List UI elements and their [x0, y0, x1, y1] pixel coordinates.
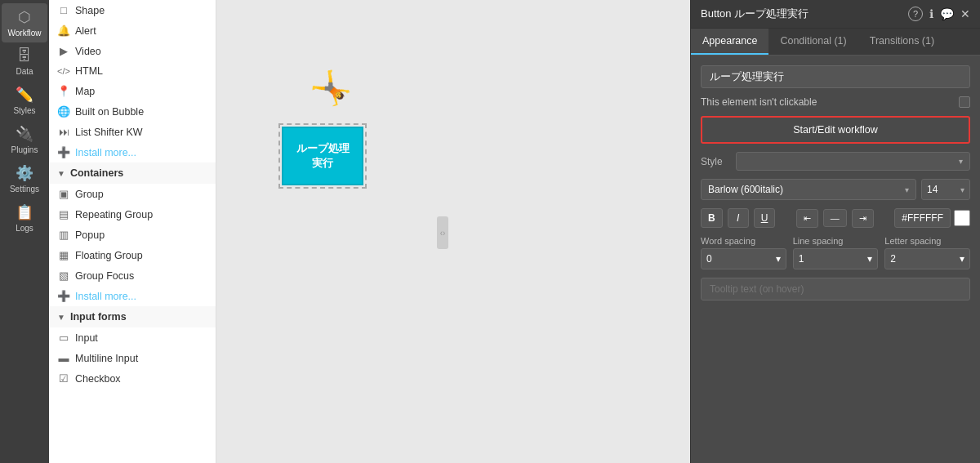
- panel-item-shape[interactable]: □ Shape: [49, 0, 216, 20]
- letter-spacing-arrow: ▾: [960, 253, 964, 265]
- install-more-icon-1: ➕: [57, 146, 70, 158]
- panel-item-install-more-1[interactable]: ➕ Install more...: [49, 142, 216, 162]
- panel-item-html[interactable]: </> HTML: [49, 61, 216, 81]
- align-left-button[interactable]: ⇤: [796, 209, 818, 228]
- listshifter-icon: ⏭: [57, 126, 70, 138]
- word-spacing-col: Word spacing 0 ▾: [701, 236, 786, 269]
- install-more-icon-2: ➕: [57, 290, 70, 302]
- shape-icon: □: [57, 4, 70, 16]
- dialog-title: Button ループ処理実行: [701, 7, 808, 21]
- toolbar-logs[interactable]: 📋 Logs: [2, 198, 47, 238]
- canvas-figure: 🤸: [306, 65, 355, 112]
- align-right-button[interactable]: ⇥: [852, 209, 874, 228]
- tooltip-input[interactable]: [701, 278, 970, 301]
- html-icon: </>: [57, 66, 70, 76]
- plugins-icon: 🔌: [16, 125, 33, 143]
- containers-arrow: ▼: [57, 169, 65, 178]
- toolbar-styles[interactable]: ✏️ Styles: [2, 81, 47, 120]
- word-spacing-control[interactable]: 0 ▾: [701, 248, 786, 269]
- panel-item-popup[interactable]: ▥ Popup: [49, 225, 216, 245]
- toolbar-data[interactable]: 🗄 Data: [2, 42, 47, 81]
- letter-spacing-control[interactable]: 2 ▾: [884, 248, 970, 269]
- style-dropdown[interactable]: ▾: [736, 152, 970, 171]
- map-icon: 📍: [57, 85, 70, 97]
- style-dropdown-arrow: ▾: [959, 157, 963, 166]
- tab-transitions[interactable]: Transitions (1): [858, 29, 946, 55]
- panel-item-group-focus[interactable]: ▧ Group Focus: [49, 265, 216, 286]
- bold-button[interactable]: B: [701, 208, 723, 228]
- panel-item-floating-group[interactable]: ▦ Floating Group: [49, 245, 216, 265]
- panel-item-list-shifter[interactable]: ⏭ List Shifter KW: [49, 122, 216, 142]
- panel-item-repeating-group[interactable]: ▤ Repeating Group: [49, 204, 216, 225]
- styles-icon: ✏️: [16, 86, 33, 104]
- style-row: Style ▾: [701, 152, 970, 171]
- font-dropdown[interactable]: Barlow (600italic) ▾: [701, 179, 916, 200]
- underline-button[interactable]: U: [754, 208, 776, 228]
- tab-appearance[interactable]: Appearance: [691, 29, 768, 55]
- help-icon[interactable]: ?: [908, 7, 923, 21]
- not-clickable-checkbox[interactable]: [959, 96, 970, 108]
- popup-icon: ▥: [57, 229, 70, 241]
- close-icon[interactable]: ✕: [960, 7, 970, 20]
- panel-item-input[interactable]: ▭ Input: [49, 327, 216, 348]
- panel-item-checkbox[interactable]: ☑ Checkbox: [49, 368, 216, 389]
- word-spacing-arrow: ▾: [776, 253, 781, 265]
- toolbar-workflow[interactable]: ⬡ Workflow: [2, 3, 47, 42]
- video-icon: ▶: [57, 45, 70, 57]
- canvas-button[interactable]: ループ処理 実行: [282, 127, 363, 185]
- bubble-icon: 🌐: [57, 105, 70, 118]
- resize-handle[interactable]: ‹›: [437, 216, 448, 249]
- line-spacing-arrow: ▾: [867, 253, 872, 265]
- multiline-icon: ▬: [57, 352, 70, 364]
- toolbar-settings[interactable]: ⚙️ Settings: [2, 159, 47, 198]
- repeating-group-icon: ▤: [57, 208, 70, 220]
- panel-item-group[interactable]: ▣ Group: [49, 184, 216, 204]
- panel-item-built-on-bubble[interactable]: 🌐 Built on Bubble: [49, 101, 216, 122]
- panel-item-video[interactable]: ▶ Video: [49, 41, 216, 61]
- workflow-button[interactable]: Start/Edit workflow: [701, 116, 970, 144]
- panel-item-install-more-2[interactable]: ➕ Install more...: [49, 286, 216, 306]
- element-name-input[interactable]: [701, 65, 970, 88]
- format-row: B I U ⇤ ― ⇥ #FFFFFF: [701, 208, 970, 228]
- letter-spacing-col: Letter spacing 2 ▾: [884, 236, 970, 269]
- italic-button[interactable]: I: [728, 208, 749, 228]
- comment-icon[interactable]: 💬: [940, 7, 954, 20]
- font-dropdown-arrow: ▾: [905, 185, 909, 194]
- alert-icon: 🔔: [57, 24, 70, 37]
- input-forms-arrow: ▼: [57, 313, 65, 322]
- size-dropdown-arrow: ▾: [960, 185, 964, 194]
- toolbar-plugins[interactable]: 🔌 Plugins: [2, 120, 47, 159]
- dialog-body: This element isn't clickable Start/Edit …: [691, 56, 980, 463]
- color-row: #FFFFFF: [894, 208, 970, 228]
- info-icon[interactable]: ℹ: [929, 7, 933, 20]
- line-spacing-col: Line spacing 1 ▾: [793, 236, 879, 269]
- data-icon: 🗄: [17, 47, 32, 65]
- floating-group-icon: ▦: [57, 249, 70, 261]
- dialog-header: Button ループ処理実行 ? ℹ 💬 ✕: [691, 0, 980, 29]
- tab-conditional[interactable]: Conditional (1): [768, 29, 858, 55]
- containers-section-header[interactable]: ▼ Containers: [49, 162, 216, 184]
- left-panel: □ Shape 🔔 Alert ▶ Video </> HTML 📍 Map 🌐…: [49, 0, 216, 463]
- align-center-button[interactable]: ―: [823, 209, 847, 227]
- panel-item-map[interactable]: 📍 Map: [49, 81, 216, 101]
- dialog-header-icons: ? ℹ 💬 ✕: [908, 7, 970, 21]
- panel-item-multiline-input[interactable]: ▬ Multiline Input: [49, 348, 216, 368]
- group-focus-icon: ▧: [57, 269, 70, 282]
- group-icon: ▣: [57, 188, 70, 200]
- font-size-dropdown[interactable]: 14 ▾: [921, 179, 970, 200]
- not-clickable-row: This element isn't clickable: [701, 96, 970, 108]
- spacing-section: Word spacing 0 ▾ Line spacing 1 ▾ Letter…: [701, 236, 970, 269]
- canvas-area[interactable]: 🤸 ループ処理 実行 ‹›: [216, 0, 690, 463]
- dialog-tabs: Appearance Conditional (1) Transitions (…: [691, 29, 980, 56]
- panel-item-alert[interactable]: 🔔 Alert: [49, 20, 216, 41]
- input-icon: ▭: [57, 332, 70, 344]
- line-spacing-control[interactable]: 1 ▾: [793, 248, 879, 269]
- color-swatch[interactable]: [954, 210, 970, 226]
- input-forms-section-header[interactable]: ▼ Input forms: [49, 306, 216, 327]
- logs-icon: 📋: [16, 203, 33, 221]
- settings-icon: ⚙️: [16, 164, 33, 182]
- workflow-icon: ⬡: [18, 8, 31, 26]
- left-toolbar: ⬡ Workflow 🗄 Data ✏️ Styles 🔌 Plugins ⚙️…: [0, 0, 49, 463]
- font-row: Barlow (600italic) ▾ 14 ▾: [701, 179, 970, 200]
- dialog-panel: Button ループ処理実行 ? ℹ 💬 ✕ Appearance Condit…: [690, 0, 980, 463]
